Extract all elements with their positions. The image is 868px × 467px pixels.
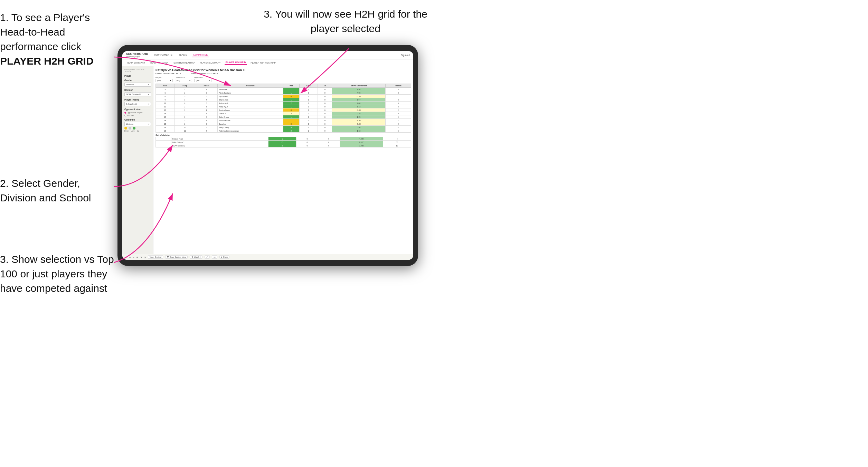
toolbar-view-original[interactable]: View: Original [148,255,163,259]
toolbar-redo2[interactable]: ↷ [140,256,142,258]
cell-diff: 0.38 [332,112,386,115]
cell-diff: 1.33 [332,129,386,133]
tablet-device: SCOREBOARD Powered by clippd TOURNAMENTS… [117,45,418,266]
cell-div: 6 [156,95,175,98]
cell-tie: 0 [318,91,332,95]
toolbar-undo[interactable]: ↩ [125,256,127,258]
cell-loss: 0 [299,98,318,102]
nav-teams[interactable]: TEAMS [177,53,188,57]
cell-tie: 0 [318,105,332,108]
grid-title: Katelyn Vo Head-to-Head Grid for Women's… [155,68,411,72]
cell-opponent: Federica Domecq Lacroze [218,129,283,133]
sidebar: Last Updated: 27/03/2024 16:55:38 Player… [122,66,153,260]
colour-dropdown[interactable]: Win/loss ▾ [124,122,151,126]
toolbar-save-custom[interactable]: 💾 Save Custom View [165,255,188,259]
cell-opponent: Heejo Hyun [218,105,283,108]
cell-opponent: Eunice Yi [218,112,283,115]
filter-region[interactable]: (All)▾ [155,79,173,82]
cell-rounds: 2 [385,122,411,126]
table-row: 3 1 1 Esther Lee 1 0 0 1.50 4 [156,88,411,91]
subnav-player-h2h-grid[interactable]: PLAYER H2H GRID [225,60,247,65]
cell-diff: -3.00 [332,108,386,112]
nav-committee[interactable]: COMMITTEE [192,53,209,57]
radio-opponents-played[interactable]: Opponents Played [124,112,151,114]
cell-reg: 1 [174,98,195,102]
division-dropdown[interactable]: NCAA Division III ▾ [124,92,151,96]
gender-dropdown[interactable]: Women's ▾ [124,83,151,87]
app-toolbar: ↩ ↪ ↩ ⊞ ↷ ◷ View: Original 💾 Save Custom… [122,254,413,260]
subnav-player-h2h-heatmap[interactable]: PLAYER H2H HEATMAP [249,61,277,65]
cell-div: 9 [156,98,175,102]
cell-conf: 2 [195,91,218,95]
toolbar-grid[interactable]: ⊞ [136,256,138,258]
cell-out-win: 15 [268,141,296,144]
cell-out-diff: 7.400 [340,144,383,147]
cell-diff: 4.00 [332,102,386,105]
toolbar-redo[interactable]: ↪ [129,256,131,258]
cell-opponent: Sharon Mun [218,98,283,102]
cell-win: 2 [283,112,299,115]
cell-opponent: Sydney Kuo [218,95,283,98]
cell-win: 4 [283,126,299,129]
cell-rounds: 4 [385,115,411,119]
subnav-team-h2h-grid[interactable]: TEAM H2H GRID [149,61,169,65]
player-rank-dropdown-arrow: ▾ [148,103,149,105]
app-nav-items: TOURNAMENTS TEAMS COMMITTEE [152,53,397,57]
toolbar-share[interactable]: ⤴ Share [219,255,229,259]
toolbar-time[interactable]: ◷ [144,256,146,258]
cell-div: 20 [156,129,175,133]
subnav-player-summary[interactable]: PLAYER SUMMARY [199,61,222,65]
cell-div: 14 [156,112,175,115]
instruction-step3-bottom: 3. Show selection vs Top 100 or just pla… [0,252,114,296]
cell-rounds: 3 [385,91,411,95]
cell-tie: 0 [318,126,332,129]
table-row: 11 2 5 Heejo Hyun 1 0 0 3.33 3 [156,105,411,108]
cell-reg: 2 [174,105,195,108]
toolbar-download[interactable]: ↙ [205,255,210,259]
step3-left-text: 3. Show selection vs Top 100 or just pla… [0,254,114,294]
cell-out-win: 1 [268,137,296,141]
table-row: 14 7 4 Eunice Yi 2 2 0 0.38 9 [156,112,411,115]
cell-reg: 3 [174,119,195,122]
nav-tournaments[interactable]: TOURNAMENTS [152,53,174,57]
toolbar-watch[interactable]: 👁 Watch ▾ [190,255,202,259]
colour-value: Win/loss [126,123,133,125]
sidebar-opponent-view: Opponent view Opponents Played Top 100 [124,108,151,116]
cell-reg: 10 [174,126,195,129]
cell-diff: 4.00 [332,91,386,95]
colour-items [124,127,151,130]
instruction-step3-left: 2. Select Gender, Division and School [0,176,114,205]
sidebar-division-section: Division NCAA Division III ▾ [124,89,151,96]
cell-win: 2 [283,129,299,133]
cell-out-tie: 0 [318,144,340,147]
table-row: 18 2 2 Euna Lee 0 0 0 -5.00 2 [156,122,411,126]
player-rank-dropdown[interactable]: 8. Katelyn Vo ▾ [124,102,151,106]
sign-out-link[interactable]: Sign out [401,54,410,56]
subnav-team-h2h-heatmap[interactable]: TEAM H2H HEATMAP [171,61,196,65]
legend-up: Up [137,130,139,132]
cell-win: 0 [283,122,299,126]
filter-row: Region (All)▾ Conference (All)▾ Opponent [155,76,411,82]
toolbar-undo2[interactable]: ↩ [133,256,134,258]
cell-tie: 0 [318,102,332,105]
cell-opponent: Jessica Huang [218,108,283,112]
cell-diff: 1.50 [332,88,386,91]
cell-win: 1 [283,91,299,95]
cell-win: 1 [283,88,299,91]
cell-out-tie: 0 [318,141,340,144]
opponent-view-label: Opponent view [124,108,151,111]
filter-opponent[interactable]: (All)▾ [194,79,211,82]
instruction-step1: 1. To see a Player's Head-to-Head perfor… [0,10,114,68]
colour-labels: Down Level Up [124,130,151,132]
cell-loss: 0 [299,105,318,108]
toolbar-layout[interactable]: ≡↕ [212,255,217,259]
radio-dot-top100 [124,115,126,116]
filter-conference[interactable]: (All)▾ [175,79,192,82]
gender-label: Gender [124,79,151,82]
division-record-label: Division Record: 331 - 34 - 6 [191,73,218,75]
radio-top100[interactable]: Top 100 [124,114,151,116]
subnav-team-summary[interactable]: TEAM SUMMARY [126,61,146,65]
cell-opponent: Jessica Mason [218,119,283,122]
cell-reg: 2 [174,91,195,95]
cell-rounds: 7 [385,119,411,122]
